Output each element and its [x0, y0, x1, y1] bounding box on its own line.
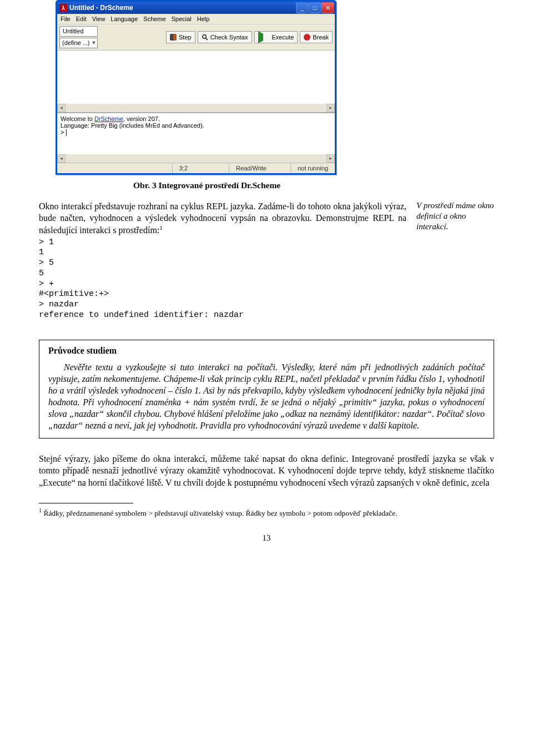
break-button[interactable]: Break [300, 31, 333, 43]
check-icon [202, 34, 208, 41]
define-label: (define ...) [62, 38, 90, 48]
drscheme-link[interactable]: DrScheme [94, 115, 123, 122]
menu-view[interactable]: View [92, 16, 105, 22]
play-icon [258, 31, 270, 43]
interactions-pane[interactable]: Welcome to DrScheme, version 207. Langua… [57, 112, 335, 154]
definitions-h-scrollbar[interactable]: ◄ ► [57, 104, 335, 112]
footnote-text-1: Řádky, předznamenané symbolem > představ… [43, 508, 397, 517]
margin-note: V prostředí máme okno definicí a okno in… [416, 200, 494, 231]
body-paragraph: Okno interakcí představuje rozhraní na c… [39, 201, 406, 235]
definitions-pane[interactable]: ◄ ► [57, 51, 335, 112]
page-number: 13 [39, 533, 494, 543]
stop-icon [304, 34, 310, 41]
title-bar[interactable]: λ Untitled - DrScheme _ □ ✕ [57, 2, 335, 14]
study-guide-title: Průvodce studiem [48, 346, 485, 356]
footnote-num-1: 1 [39, 507, 42, 513]
menu-file[interactable]: File [61, 16, 71, 22]
menu-bar: File Edit View Language Scheme Special H… [57, 14, 335, 24]
text-cursor [66, 129, 67, 136]
check-label: Check Syntax [210, 34, 248, 41]
check-syntax-button[interactable]: Check Syntax [198, 31, 252, 43]
body-paragraph-2: Stejné výrazy, jako píšeme do okna inter… [39, 453, 494, 488]
chevron-down-icon: ▼ [92, 38, 97, 48]
menu-scheme[interactable]: Scheme [143, 16, 165, 22]
minimize-button[interactable]: _ [296, 2, 308, 13]
status-mode: Read/Write [229, 163, 273, 173]
scroll-left-icon[interactable]: ◄ [57, 154, 66, 163]
scroll-left-icon[interactable]: ◄ [57, 104, 66, 112]
menu-help[interactable]: Help [197, 16, 210, 22]
language-line: Language: Pretty Big (includes MrEd and … [61, 122, 331, 129]
step-icon [170, 34, 177, 41]
study-guide-body: Nevěřte textu a vyzkoušejte si tuto inte… [48, 361, 485, 432]
scroll-right-icon[interactable]: ► [326, 154, 335, 163]
maximize-button[interactable]: □ [309, 2, 321, 13]
status-cursor-pos: 3:2 [172, 163, 194, 173]
repl-prompt: > [61, 129, 64, 135]
execute-button[interactable]: Execute [254, 31, 298, 43]
interactions-h-scrollbar[interactable]: ◄ ► [57, 154, 335, 163]
footnote-rule [39, 503, 133, 503]
tab-untitled[interactable]: Untitled [59, 26, 98, 37]
execute-label: Execute [272, 34, 294, 41]
welcome-suffix: , version 207. [123, 115, 160, 122]
close-button[interactable]: ✕ [321, 2, 334, 13]
scroll-right-icon[interactable]: ► [326, 104, 335, 112]
svg-point-0 [202, 35, 206, 39]
footnote-ref-1: 1 [159, 224, 163, 231]
toolbar: Untitled (define ...) ▼ Step Check Synta… [57, 24, 335, 51]
step-button[interactable]: Step [166, 31, 195, 43]
repl-transcript: > 1 1 > 5 5 > + #<primitive:+> > nazdar … [39, 238, 406, 321]
menu-special[interactable]: Special [172, 16, 192, 22]
step-label: Step [179, 34, 192, 41]
status-bar: 3:2 Read/Write not running [57, 163, 335, 173]
figure-caption: Obr. 3 Integrované prostředí Dr.Scheme [133, 180, 494, 190]
define-dropdown[interactable]: (define ...) ▼ [59, 38, 98, 48]
status-running: not running [290, 163, 335, 173]
break-label: Break [313, 34, 329, 41]
drscheme-window: λ Untitled - DrScheme _ □ ✕ File Edit Vi… [56, 0, 336, 175]
menu-edit[interactable]: Edit [76, 16, 87, 22]
app-icon: λ [59, 4, 67, 12]
welcome-prefix: Welcome to [61, 115, 94, 122]
study-guide-box: Průvodce studiem Nevěřte textu a vyzkouš… [39, 340, 494, 439]
window-title: Untitled - DrScheme [69, 4, 133, 12]
menu-language[interactable]: Language [110, 16, 138, 22]
svg-line-1 [205, 38, 208, 41]
